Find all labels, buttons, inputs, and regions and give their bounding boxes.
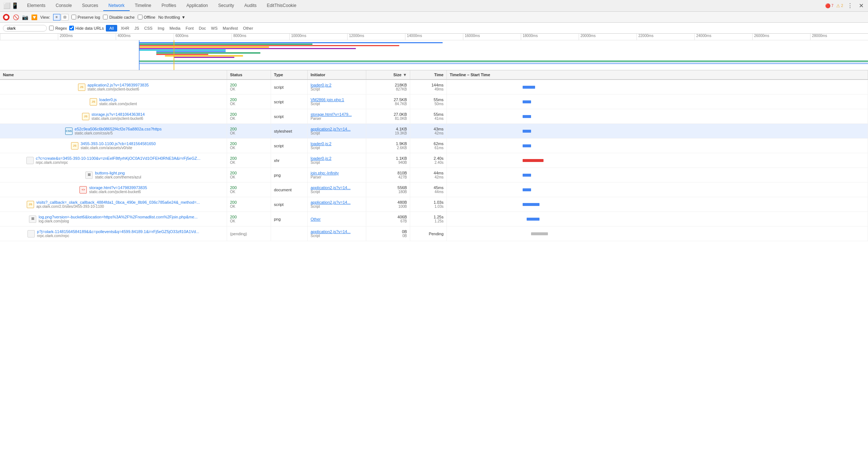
tab-audits[interactable]: Audits xyxy=(239,1,261,11)
tab-sources[interactable]: Sources xyxy=(77,1,103,11)
initiator-sub: Parser xyxy=(311,175,363,179)
list-view-icon[interactable]: ≡ xyxy=(53,14,60,21)
time-top: 62ms xyxy=(434,141,444,146)
timeline-chart xyxy=(0,40,868,70)
td-status: 200 OK xyxy=(227,168,271,182)
th-name[interactable]: Name xyxy=(0,70,227,79)
timeline-bar xyxy=(523,100,531,104)
hide-data-urls-label[interactable]: Hide data URLs xyxy=(69,26,104,30)
initiator-link[interactable]: VM2866 join.php:1 xyxy=(311,97,363,102)
filter-media[interactable]: Media xyxy=(168,26,182,31)
hide-data-urls-checkbox[interactable] xyxy=(69,26,74,30)
time-top: 1.03s xyxy=(434,200,444,204)
table-row[interactable]: JS loader0.js static.olark.com/jsclient … xyxy=(0,95,868,109)
name-main: storage.js?v=1481064363814 xyxy=(92,112,145,117)
initiator-link[interactable]: loader0.js:2 xyxy=(311,156,363,161)
td-size: 0B 0B xyxy=(366,226,410,241)
table-row[interactable]: 🖼 buttons-light.png static.olark.com/the… xyxy=(0,168,868,182)
initiator-link[interactable]: Other xyxy=(311,217,363,221)
table-row[interactable]: p?j=olark-11481564584189&&c=pollevents&q… xyxy=(0,226,868,241)
initiator-link[interactable]: application2.js?v=14... xyxy=(311,229,363,234)
table-row[interactable]: c?c=create&s=3455-393-10-1100&v=znEelF8t… xyxy=(0,153,868,168)
tab-timeline[interactable]: Timeline xyxy=(130,1,156,11)
tab-editthiscookie[interactable]: EditThisCookie xyxy=(261,1,301,11)
throttle-text: No throttling xyxy=(158,15,180,19)
td-name: JS visits?_callback=_olark_callback_4884… xyxy=(0,197,227,211)
filter-xhr[interactable]: XHR xyxy=(119,26,131,31)
preserve-log-label[interactable]: Preserve log xyxy=(71,15,100,19)
filter-input[interactable] xyxy=(3,25,47,32)
initiator-link[interactable]: application2.js?v=14... xyxy=(311,200,363,204)
td-timeline xyxy=(447,153,868,167)
tab-profiles[interactable]: Profiles xyxy=(156,1,181,11)
camera-button[interactable]: 📷 xyxy=(22,14,28,20)
disable-cache-checkbox[interactable] xyxy=(103,15,108,19)
timeline-bar xyxy=(523,203,539,206)
regex-checkbox[interactable] xyxy=(49,26,54,30)
name-text: application2.js?v=1479839973835 static.o… xyxy=(88,83,149,91)
disable-cache-label[interactable]: Disable cache xyxy=(103,15,134,19)
table-row[interactable]: JS visits?_callback=_olark_callback_4884… xyxy=(0,197,868,212)
td-size: 810B 427B xyxy=(366,168,410,182)
device-icon[interactable]: 📱 xyxy=(11,2,19,10)
initiator-link[interactable]: storage.html?v=1479... xyxy=(311,112,363,117)
time-bot: 61ms xyxy=(435,146,444,150)
filter-img[interactable]: Img xyxy=(156,26,166,31)
throttle-select[interactable]: No throttling ▼ xyxy=(158,15,185,19)
th-status[interactable]: Status xyxy=(227,70,271,79)
timeline-bar xyxy=(523,129,531,133)
initiator-link[interactable]: application2.js?v=14... xyxy=(311,185,363,190)
th-timeline[interactable]: Timeline – Start Time xyxy=(447,70,868,79)
td-name: c?c=create&s=3455-393-10-1100&v=znEelF8t… xyxy=(0,153,227,167)
record-button[interactable] xyxy=(3,14,10,21)
timeline-bar-fill xyxy=(523,174,531,177)
filter-all-button[interactable]: All xyxy=(106,25,117,32)
offline-checkbox[interactable] xyxy=(138,15,142,19)
filter-other[interactable]: Other xyxy=(242,26,255,31)
tab-application[interactable]: Application xyxy=(181,1,213,11)
name-main: 3455-393-10-1100.js?cb=1481564581650 xyxy=(81,141,156,146)
regex-label[interactable]: Regex xyxy=(49,26,67,30)
inspect-icon[interactable]: ⬜ xyxy=(3,2,11,10)
more-icon[interactable]: ⋮ xyxy=(846,2,854,10)
name-sub: log.olark.com/jslog xyxy=(38,219,197,223)
name-text: c?c=create&s=3455-393-10-1100&v=znEelF8t… xyxy=(36,156,200,165)
initiator-link[interactable]: join.php:-Infinity xyxy=(311,171,363,175)
size-top: 406B xyxy=(397,215,407,219)
table-row[interactable]: CSS e52c9ea506c6b08652f4cf2e76a8802a.css… xyxy=(0,124,868,139)
th-time[interactable]: Time xyxy=(410,70,447,79)
tab-network[interactable]: Network xyxy=(103,1,130,11)
tree-view-icon[interactable]: ⊟ xyxy=(61,14,68,21)
preserve-log-checkbox[interactable] xyxy=(71,15,76,19)
th-initiator[interactable]: Initiator xyxy=(308,70,366,79)
clear-button[interactable]: 🚫 xyxy=(12,14,19,21)
table-row[interactable]: <> storage.html?v=1479839973835 static.o… xyxy=(0,182,868,197)
filter-ws[interactable]: WS xyxy=(209,26,219,31)
status-code: 200 xyxy=(230,112,268,117)
filter-font[interactable]: Font xyxy=(184,26,195,31)
tab-console[interactable]: Console xyxy=(51,1,77,11)
view-label: View: xyxy=(40,15,50,19)
th-size[interactable]: Size ▼ xyxy=(366,70,410,79)
tab-elements[interactable]: Elements xyxy=(22,1,51,11)
filter-manifest[interactable]: Manifest xyxy=(221,26,240,31)
initiator-link[interactable]: application2.js?v=14... xyxy=(311,127,363,131)
table-row[interactable]: JS storage.js?v=1481064363814 static.ola… xyxy=(0,109,868,124)
table-row[interactable]: JS application2.js?v=1479839973835 stati… xyxy=(0,80,868,95)
tab-security[interactable]: Security xyxy=(213,1,239,11)
td-timeline xyxy=(447,139,868,153)
filter-doc[interactable]: Doc xyxy=(197,26,208,31)
table-row[interactable]: 🖼 log.png?version=-bucket6&location=http… xyxy=(0,212,868,226)
initiator-link[interactable]: loader0.js:2 xyxy=(311,83,363,87)
filter-button[interactable]: 🔽 xyxy=(31,14,37,20)
td-status: 200 OK xyxy=(227,197,271,211)
timeline-bar xyxy=(523,188,531,192)
filter-js[interactable]: JS xyxy=(133,26,141,31)
offline-label[interactable]: Offline xyxy=(138,15,156,19)
filter-css[interactable]: CSS xyxy=(143,26,154,31)
initiator-link[interactable]: loader0.js:2 xyxy=(311,141,363,146)
close-icon[interactable]: ✕ xyxy=(857,2,865,10)
th-type[interactable]: Type xyxy=(271,70,308,79)
table-row[interactable]: JS 3455-393-10-1100.js?cb=1481564581650 … xyxy=(0,139,868,153)
status-text: OK xyxy=(230,87,268,91)
